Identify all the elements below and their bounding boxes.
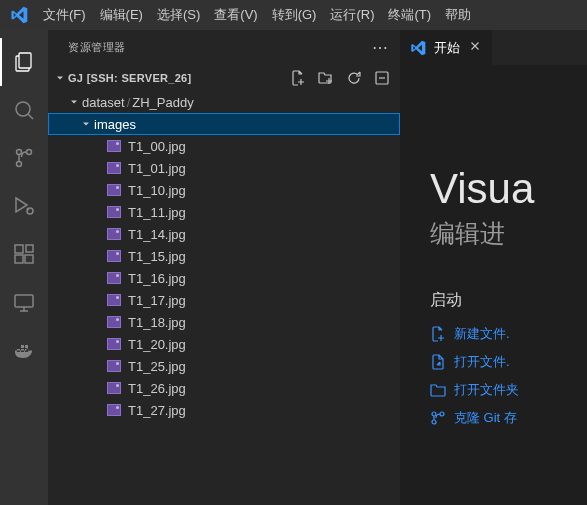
vscode-logo-icon <box>410 40 426 56</box>
chevron-down-icon <box>52 72 68 84</box>
tree-file[interactable]: T1_00.jpg <box>48 135 400 157</box>
activity-bar <box>0 30 48 505</box>
file-label: T1_20.jpg <box>128 337 186 352</box>
tree-file[interactable]: T1_20.jpg <box>48 333 400 355</box>
chevron-down-icon <box>78 118 94 130</box>
sidebar-title: 资源管理器 <box>68 40 126 55</box>
path-separator: / <box>125 95 133 110</box>
tree-root[interactable]: GJ [SSH: SERVER_26] <box>48 65 400 91</box>
menu-selection[interactable]: 选择(S) <box>150 0 207 30</box>
start-heading: 启动 <box>430 290 587 311</box>
menu-go[interactable]: 转到(G) <box>265 0 324 30</box>
file-label: T1_15.jpg <box>128 249 186 264</box>
tree-file[interactable]: T1_16.jpg <box>48 267 400 289</box>
menu-help[interactable]: 帮助 <box>438 0 478 30</box>
file-label: T1_18.jpg <box>128 315 186 330</box>
tree-file[interactable]: T1_01.jpg <box>48 157 400 179</box>
file-label: T1_00.jpg <box>128 139 186 154</box>
sidebar-more-icon[interactable]: ⋯ <box>372 38 389 57</box>
menu-terminal[interactable]: 终端(T) <box>381 0 438 30</box>
image-file-icon <box>106 138 122 154</box>
svg-point-3 <box>17 162 22 167</box>
activity-explorer[interactable] <box>0 38 48 86</box>
refresh-icon[interactable] <box>346 70 362 86</box>
tree-file[interactable]: T1_25.jpg <box>48 355 400 377</box>
activity-docker[interactable] <box>0 326 48 374</box>
start-item-label: 新建文件. <box>454 325 510 343</box>
svg-rect-7 <box>15 255 23 263</box>
chevron-down-icon <box>66 96 82 108</box>
tab-label: 开始 <box>434 39 460 57</box>
tree-file[interactable]: T1_17.jpg <box>48 289 400 311</box>
start-open-folder[interactable]: 打开文件夹 <box>430 381 587 399</box>
tree-file[interactable]: T1_27.jpg <box>48 399 400 421</box>
folder-label: images <box>94 117 136 132</box>
menu-file[interactable]: 文件(F) <box>36 0 93 30</box>
menubar: 文件(F) 编辑(E) 选择(S) 查看(V) 转到(G) 运行(R) 终端(T… <box>0 0 587 30</box>
start-new-file[interactable]: 新建文件. <box>430 325 587 343</box>
activity-search[interactable] <box>0 86 48 134</box>
explorer-sidebar: 资源管理器 ⋯ GJ [SSH: SERVER_26] dataset / ZH… <box>48 30 400 505</box>
image-file-icon <box>106 380 122 396</box>
svg-rect-10 <box>15 295 33 307</box>
new-folder-icon[interactable] <box>318 70 334 86</box>
menu-view[interactable]: 查看(V) <box>207 0 264 30</box>
start-item-label: 打开文件夹 <box>454 381 519 399</box>
activity-scm[interactable] <box>0 134 48 182</box>
git-icon <box>430 410 446 426</box>
image-file-icon <box>106 402 122 418</box>
vscode-logo-icon <box>10 6 28 24</box>
image-file-icon <box>106 270 122 286</box>
tree-folder-images[interactable]: images <box>48 113 400 135</box>
svg-rect-6 <box>15 245 23 253</box>
menu-run[interactable]: 运行(R) <box>323 0 381 30</box>
file-label: T1_11.jpg <box>128 205 186 220</box>
svg-rect-8 <box>25 255 33 263</box>
editor-tabs: 开始 <box>400 30 587 65</box>
start-item-label: 克隆 Git 存 <box>454 409 517 427</box>
new-file-icon <box>430 326 446 342</box>
tree-file[interactable]: T1_15.jpg <box>48 245 400 267</box>
svg-rect-0 <box>19 53 31 68</box>
tree-file[interactable]: T1_11.jpg <box>48 201 400 223</box>
welcome-subtitle: 编辑进 <box>430 217 587 250</box>
tree-file[interactable]: T1_26.jpg <box>48 377 400 399</box>
svg-point-4 <box>17 150 22 155</box>
tree-file[interactable]: T1_18.jpg <box>48 311 400 333</box>
start-open-file[interactable]: 打开文件. <box>430 353 587 371</box>
close-icon[interactable] <box>468 39 482 56</box>
file-label: T1_25.jpg <box>128 359 186 374</box>
activity-remote[interactable] <box>0 278 48 326</box>
image-file-icon <box>106 182 122 198</box>
svg-point-12 <box>440 412 444 416</box>
file-label: T1_14.jpg <box>128 227 186 242</box>
image-file-icon <box>106 336 122 352</box>
tab-welcome[interactable]: 开始 <box>400 30 492 65</box>
file-label: T1_26.jpg <box>128 381 186 396</box>
image-file-icon <box>106 160 122 176</box>
editor-area: 开始 Visua 编辑进 启动 新建文件. 打开文件. 打开文件夹 <box>400 30 587 505</box>
file-label: T1_17.jpg <box>128 293 186 308</box>
folder-label: dataset <box>82 95 125 110</box>
new-file-icon[interactable] <box>290 70 306 86</box>
svg-point-2 <box>27 150 32 155</box>
file-tree: GJ [SSH: SERVER_26] dataset / ZH_Paddy i… <box>48 65 400 505</box>
file-label: T1_16.jpg <box>128 271 186 286</box>
svg-point-14 <box>432 412 436 416</box>
file-label: T1_27.jpg <box>128 403 186 418</box>
activity-extensions[interactable] <box>0 230 48 278</box>
tree-file[interactable]: T1_14.jpg <box>48 223 400 245</box>
menu-edit[interactable]: 编辑(E) <box>93 0 150 30</box>
tree-file[interactable]: T1_10.jpg <box>48 179 400 201</box>
activity-run[interactable] <box>0 182 48 230</box>
image-file-icon <box>106 314 122 330</box>
folder-icon <box>430 382 446 398</box>
svg-rect-9 <box>26 245 33 252</box>
root-label: GJ [SSH: SERVER_26] <box>68 72 191 84</box>
folder-label: ZH_Paddy <box>132 95 193 110</box>
collapse-icon[interactable] <box>374 70 390 86</box>
welcome-page: Visua 编辑进 启动 新建文件. 打开文件. 打开文件夹 克隆 <box>400 65 587 427</box>
start-clone-git[interactable]: 克隆 Git 存 <box>430 409 587 427</box>
svg-point-1 <box>16 102 30 116</box>
tree-folder-dataset[interactable]: dataset / ZH_Paddy <box>48 91 400 113</box>
